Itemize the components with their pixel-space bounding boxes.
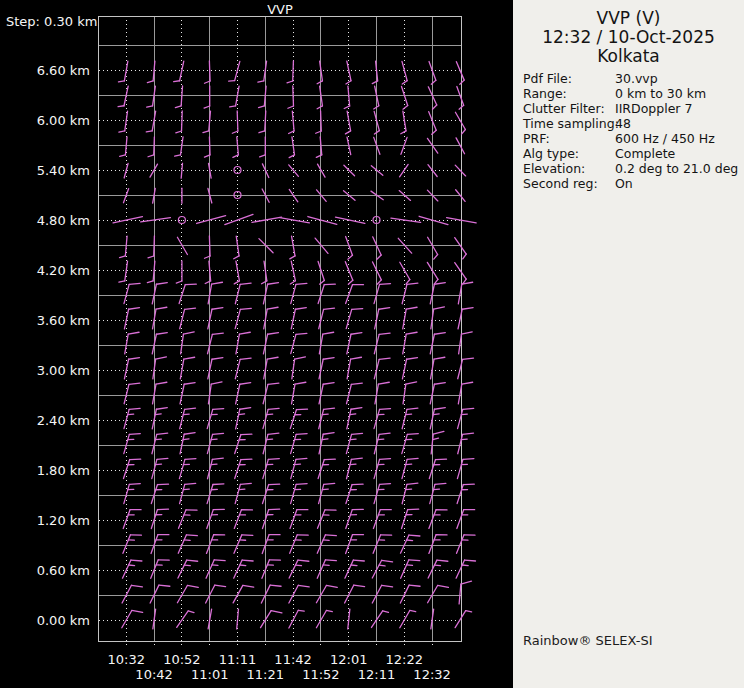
wind-barb (124, 308, 139, 329)
x-axis-label: 10:32 (108, 652, 145, 667)
wind-barb (344, 86, 349, 108)
wind-barb (371, 611, 388, 628)
wind-barb (177, 611, 194, 627)
wind-barb (230, 86, 239, 107)
parameter-value: 0 km to 30 km (615, 86, 706, 101)
wind-barb (234, 261, 239, 284)
wind-barb (151, 560, 169, 579)
wind-profile-chart: Step: 0.30 km VVP 6.60 km6.00 km5.40 km4… (0, 0, 513, 688)
vvp-application-window: Step: 0.30 km VVP 6.60 km6.00 km5.40 km4… (0, 0, 744, 688)
x-axis-label: 11:11 (219, 652, 256, 667)
wind-barb (317, 560, 336, 578)
wind-barb (124, 459, 141, 478)
parameter-row: Range:0 km to 30 km (513, 86, 744, 101)
wind-barb (123, 535, 141, 554)
x-axis-label: 10:52 (163, 652, 200, 667)
wind-barb (398, 238, 411, 253)
wind-barb (458, 433, 474, 454)
x-axis-label: 12:01 (330, 652, 367, 667)
wind-barb (235, 459, 252, 478)
parameter-row: Elevation:0.2 deg to 21.0 deg (513, 161, 744, 176)
x-axis-label: 12:11 (358, 667, 395, 682)
wind-barb (153, 307, 167, 329)
parameter-label: Range: (523, 86, 567, 101)
x-axis-label: 12:22 (386, 652, 423, 667)
wind-barb (233, 585, 254, 602)
wind-barb (458, 308, 473, 329)
step-label: Step: 0.30 km (6, 14, 97, 29)
wind-barb (141, 218, 171, 222)
wind-barb (148, 236, 154, 258)
wind-barb (289, 560, 309, 578)
wind-barb (175, 137, 183, 156)
wind-barb (290, 236, 295, 259)
y-axis-label: 1.80 km (37, 463, 90, 478)
wind-barb (400, 585, 420, 603)
wind-barb (287, 61, 293, 83)
wind-barb (289, 585, 309, 603)
wind-barb (431, 307, 445, 329)
parameter-label: Clutter Filter: (523, 101, 605, 116)
wind-barb (401, 111, 406, 134)
wind-barb (429, 535, 447, 554)
wind-barb (316, 585, 337, 602)
wind-barb (347, 333, 362, 354)
parameter-value: 30.vvp (615, 71, 658, 86)
wind-barb (236, 408, 251, 429)
wind-barb (180, 433, 195, 454)
y-axis-label: 3.60 km (37, 313, 90, 328)
wind-barb (264, 357, 278, 379)
wind-barb (237, 609, 239, 629)
wind-barb (234, 510, 252, 529)
parameter-label: Second reg: (523, 176, 598, 191)
y-axis-label: 5.40 km (37, 163, 90, 178)
brand-footer: Rainbow® SELEX-SI (523, 633, 653, 648)
wind-barb (176, 261, 182, 283)
wind-barb (459, 332, 473, 354)
parameter-row: Time sampling:48 (513, 116, 744, 131)
x-axis-label: 12:32 (413, 667, 450, 682)
wind-barb (456, 190, 465, 202)
x-axis-label: 11:21 (247, 667, 284, 682)
y-axis-label: 1.20 km (37, 513, 90, 528)
wind-barb (180, 408, 196, 429)
wind-barb (427, 138, 437, 153)
wind-barb (289, 610, 304, 628)
wind-barb (178, 560, 198, 578)
wind-barb (225, 214, 253, 224)
wind-barb (402, 86, 408, 109)
wind-barb (153, 382, 167, 404)
x-axis-label: 11:42 (274, 652, 311, 667)
parameter-label: Elevation: (523, 161, 585, 176)
wind-barb (124, 408, 140, 428)
wind-barb (178, 535, 197, 553)
wind-barb (400, 610, 416, 627)
wind-barb (346, 309, 362, 329)
vvp-plot-area: Step: 0.30 km VVP 6.60 km6.00 km5.40 km4… (0, 0, 513, 688)
wind-barb (371, 166, 382, 176)
wind-barb (289, 111, 294, 133)
y-axis-label: 4.80 km (37, 213, 90, 228)
wind-barb (457, 484, 474, 503)
y-axis-label: 6.60 km (37, 63, 90, 78)
wind-barb (403, 332, 417, 354)
wind-barb (400, 535, 419, 553)
wind-barb (113, 217, 142, 223)
parameter-value: 48 (615, 116, 631, 131)
parameter-row: Second reg:On (513, 176, 744, 191)
x-axis-label: 10:42 (135, 667, 172, 682)
grid-lines (99, 16, 462, 646)
wind-barb (124, 163, 128, 177)
info-panel: VVP (V) 12:32 / 10-Oct-2025 Kolkata Pdf … (513, 0, 744, 688)
x-axis-label: 11:01 (191, 667, 228, 682)
wind-barb (181, 332, 195, 354)
wind-barb (235, 308, 251, 328)
wind-barb (261, 611, 282, 628)
wind-barb (400, 164, 409, 176)
parameter-value: 600 Hz / 450 Hz (615, 131, 715, 146)
wind-barb (428, 560, 448, 578)
wind-barb (318, 510, 336, 529)
wind-barb (259, 239, 273, 253)
wind-barb (458, 408, 474, 428)
wind-barb (181, 163, 182, 178)
